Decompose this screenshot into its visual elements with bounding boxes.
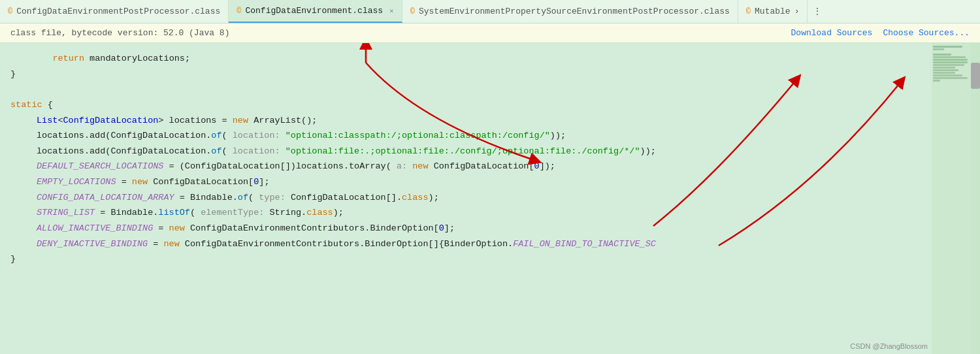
tab-config-post-processor[interactable]: © ConfigDataEnvironmentPostProcessor.cla…	[0, 0, 229, 23]
code-area: return mandatoryLocations; } static { Li…	[0, 43, 980, 354]
bytecode-info: class file, bytecode version: 52.0 (Java…	[10, 28, 229, 38]
tab-config-environment[interactable]: © ConfigDataEnvironment.class ✕	[229, 0, 402, 23]
download-sources-link[interactable]: Download Sources	[791, 28, 873, 38]
code-line-5: locations.add(ConfigDataLocation.of( loc…	[10, 128, 970, 144]
scrollbar-thumb[interactable]	[971, 63, 980, 89]
code-line-8: EMPTY_LOCATIONS = new ConfigDataLocation…	[10, 174, 970, 190]
code-line-11: ALLOW_INACTIVE_BINDING = new ConfigDataE…	[10, 221, 970, 236]
tab-mutable[interactable]: © Mutable ›	[738, 0, 808, 23]
tab-label-1: ConfigDataEnvironmentPostProcessor.class	[16, 7, 220, 16]
tab-icon-3: ©	[410, 7, 415, 16]
info-bar: class file, bytecode version: 52.0 (Java…	[0, 24, 980, 43]
code-line-7: DEFAULT_SEARCH_LOCATIONS = (ConfigDataLo…	[10, 159, 970, 174]
tab-system-env[interactable]: © SystemEnvironmentPropertySourceEnviron…	[402, 0, 738, 23]
code-line-1: return mandatoryLocations;	[10, 51, 970, 67]
info-bar-actions: Download Sources Choose Sources...	[791, 28, 970, 38]
tab-close-icon[interactable]: ✕	[389, 7, 394, 15]
code-line-6: locations.add(ConfigDataLocation.of( loc…	[10, 144, 970, 159]
minimap-content	[932, 43, 971, 85]
code-line-12: DENY_INACTIVE_BINDING = new ConfigDataEn…	[10, 236, 970, 252]
code-line-9: CONFIG_DATA_LOCATION_ARRAY = Bindable.of…	[10, 190, 970, 206]
choose-sources-link[interactable]: Choose Sources...	[883, 28, 970, 38]
minimap[interactable]	[932, 43, 971, 354]
code-line-3: static {	[10, 97, 970, 113]
tab-icon-1: ©	[8, 7, 12, 16]
code-line-13: }	[10, 251, 970, 267]
tab-icon-4: ©	[746, 7, 751, 16]
tab-label-4: Mutable	[755, 7, 791, 16]
watermark: CSDN @ZhangBlossom	[850, 342, 928, 350]
code-line-blank	[10, 82, 970, 97]
tab-overflow-icon: ›	[794, 7, 800, 16]
tab-label-3: SystemEnvironmentPropertySourceEnvironme…	[419, 7, 730, 16]
tab-icon-2: ©	[237, 7, 241, 16]
tab-overflow-button[interactable]: ⋮	[808, 0, 827, 23]
tab-bar: © ConfigDataEnvironmentPostProcessor.cla…	[0, 0, 980, 24]
code-line-10: STRING_LIST = Bindable.listOf( elementTy…	[10, 205, 970, 221]
code-line-2: }	[10, 67, 970, 82]
tab-label-2: ConfigDataEnvironment.class	[245, 6, 383, 16]
code-line-4: List<ConfigDataLocation> locations = new…	[10, 113, 970, 129]
vertical-scrollbar[interactable]	[971, 43, 980, 354]
